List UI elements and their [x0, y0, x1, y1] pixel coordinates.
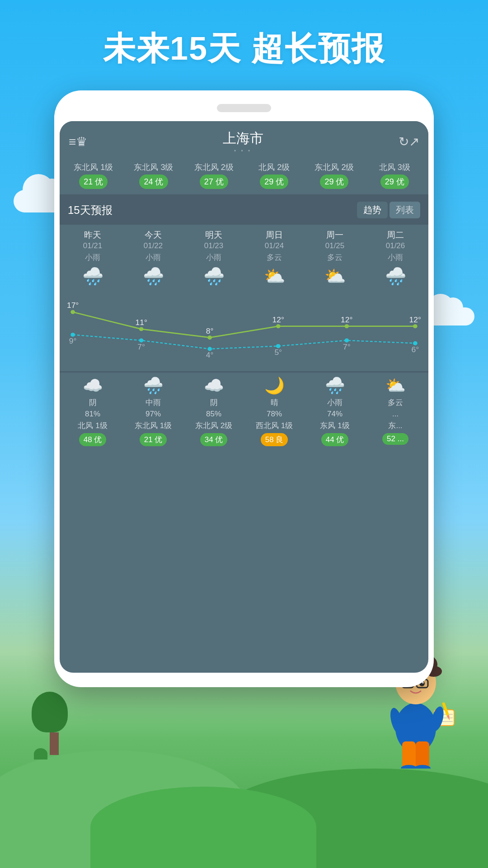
refresh-icon[interactable]: ↻	[399, 134, 409, 149]
crown-icon[interactable]: ♛	[76, 134, 87, 149]
bottom-col-5: ⛅ 多云...东... 52 ...	[365, 376, 426, 447]
bottom-badge-3: 58 良	[261, 433, 288, 446]
aqi-row: 东北风 1级 21 优 东北风 3级 24 优 东北风 2级 27 优 北风 2…	[60, 159, 428, 194]
day-weather-4: 多云	[305, 252, 365, 263]
day-col-2: 明天 01/23 小雨	[183, 229, 244, 263]
day-date-2: 01/23	[183, 241, 244, 250]
phone-notch	[217, 104, 271, 112]
forecast-tab-列表[interactable]: 列表	[389, 202, 420, 218]
low-label-0: 9°	[69, 337, 77, 345]
forecast-tabs: 趋势列表	[357, 202, 420, 218]
low-label-2: 4°	[206, 351, 214, 359]
high-label-1: 11°	[135, 319, 147, 327]
app-header: ≡ ♛ 上海市 • • • ↻ ↗	[60, 121, 428, 159]
page-dots: • • •	[87, 148, 399, 154]
low-dot-1	[139, 339, 144, 343]
weather-icon-2: 🌧️	[183, 266, 244, 286]
low-dot-3	[276, 344, 281, 348]
bottom-icon-2: ☁️	[183, 376, 244, 395]
bottom-weather-row: ☁️ 阴81%北风 1级 48 优 🌧️ 中雨97%东北风 1级 21 优 ☁️…	[60, 372, 428, 450]
weather-icon-0: 🌧️	[62, 266, 123, 286]
bottom-badge-0: 48 优	[79, 433, 107, 446]
high-label-2: 8°	[206, 327, 214, 335]
aqi-col-3: 北风 2级 29 优	[246, 162, 302, 189]
bottom-icon-1: 🌧️	[123, 376, 183, 395]
forecast-tab-趋势[interactable]: 趋势	[357, 202, 388, 218]
day-col-4: 周一 01/25 多云	[305, 229, 365, 263]
menu-icon[interactable]: ≡	[69, 135, 76, 149]
day-date-1: 01/22	[123, 241, 183, 250]
high-dot-3	[276, 324, 281, 328]
weather-icon-5: 🌧️	[365, 266, 426, 286]
aqi-col-2: 东北风 2级 27 优	[186, 162, 242, 189]
high-label-5: 12°	[409, 316, 421, 324]
bottom-col-2: ☁️ 阴85%东北风 2级 34 优	[183, 376, 244, 447]
aqi-badge-3: 29 优	[260, 175, 288, 189]
day-date-5: 01/26	[365, 241, 426, 250]
low-label-3: 5°	[274, 349, 282, 357]
bottom-col-3: 🌙 晴78%西北风 1级 58 良	[244, 376, 305, 447]
day-col-1: 今天 01/22 小雨	[123, 229, 183, 263]
day-label-1: 今天	[123, 229, 183, 241]
phone-screen: ≡ ♛ 上海市 • • • ↻ ↗ 东北风 1级 21 优 东北风 3级 24 …	[60, 121, 428, 673]
aqi-col-1: 东北风 3级 24 优	[125, 162, 182, 189]
high-dot-0	[70, 310, 75, 314]
low-dot-5	[413, 341, 418, 345]
aqi-badge-5: 29 优	[380, 175, 409, 189]
weather-icon-3: ⛅	[244, 266, 305, 286]
bottom-badge-4: 44 优	[321, 433, 349, 446]
share-icon[interactable]: ↗	[409, 134, 419, 149]
bottom-text-4: 小雨74%东风 1级	[305, 397, 365, 432]
aqi-badge-2: 27 优	[200, 175, 228, 189]
bottom-text-2: 阴85%东北风 2级	[183, 397, 244, 432]
weather-icon-4: ⛅	[305, 266, 365, 286]
low-temp-line	[73, 335, 415, 349]
bottom-badge-2: 34 优	[200, 433, 228, 446]
bottom-col-0: ☁️ 阴81%北风 1级 48 优	[62, 376, 123, 447]
bottom-col-4: 🌧️ 小雨74%东风 1级 44 优	[305, 376, 365, 447]
bottom-badge-5: 52 ...	[382, 433, 408, 445]
high-dot-5	[413, 324, 418, 328]
aqi-badge-4: 29 优	[320, 175, 348, 189]
days-label-row: 昨天 01/21 小雨 今天 01/22 小雨 明天 01/23 小雨 周日 0…	[60, 225, 428, 263]
forecast-title: 15天预报	[68, 203, 113, 217]
day-weather-1: 小雨	[123, 252, 183, 263]
low-dot-2	[207, 347, 212, 351]
bottom-icon-5: ⛅	[365, 376, 426, 395]
day-label-4: 周一	[305, 229, 365, 241]
city-name: 上海市	[87, 129, 399, 148]
aqi-badge-0: 21 优	[79, 175, 108, 189]
low-dot-4	[344, 339, 349, 343]
low-dot-0	[70, 333, 75, 337]
bottom-badge-1: 21 优	[140, 433, 167, 446]
day-label-0: 昨天	[62, 229, 123, 241]
day-label-3: 周日	[244, 229, 305, 241]
aqi-wind-5: 北风 3级	[366, 162, 423, 173]
bottom-icon-3: 🌙	[244, 376, 305, 395]
tree	[36, 692, 72, 755]
weather-icon-1: 🌧️	[123, 266, 183, 286]
aqi-wind-1: 东北风 3级	[125, 162, 182, 173]
day-weather-0: 小雨	[62, 252, 123, 263]
bottom-icon-0: ☁️	[62, 376, 123, 395]
temp-chart: 17° 9° 11° 7° 8° 4° 12° 5° 12° 7° 12° 6°	[60, 290, 428, 371]
svg-rect-1	[402, 741, 416, 769]
day-date-3: 01/24	[244, 241, 305, 250]
high-temp-line	[73, 312, 415, 337]
aqi-wind-3: 北风 2级	[246, 162, 302, 173]
svg-rect-2	[416, 741, 429, 769]
phone-mockup: ≡ ♛ 上海市 • • • ↻ ↗ 东北风 1级 21 优 东北风 3级 24 …	[54, 90, 434, 687]
high-label-0: 17°	[67, 302, 79, 310]
aqi-wind-4: 东北风 2级	[306, 162, 362, 173]
bottom-text-5: 多云...东...	[365, 397, 426, 432]
bottom-text-0: 阴81%北风 1级	[62, 397, 123, 432]
bottom-text-3: 晴78%西北风 1级	[244, 397, 305, 432]
day-weather-2: 小雨	[183, 252, 244, 263]
day-date-0: 01/21	[62, 241, 123, 250]
low-label-5: 6°	[412, 345, 419, 354]
high-dot-4	[344, 324, 349, 328]
high-dot-2	[207, 335, 212, 340]
aqi-badge-1: 24 优	[139, 175, 168, 189]
high-dot-1	[139, 327, 144, 331]
day-weather-5: 小雨	[365, 252, 426, 263]
